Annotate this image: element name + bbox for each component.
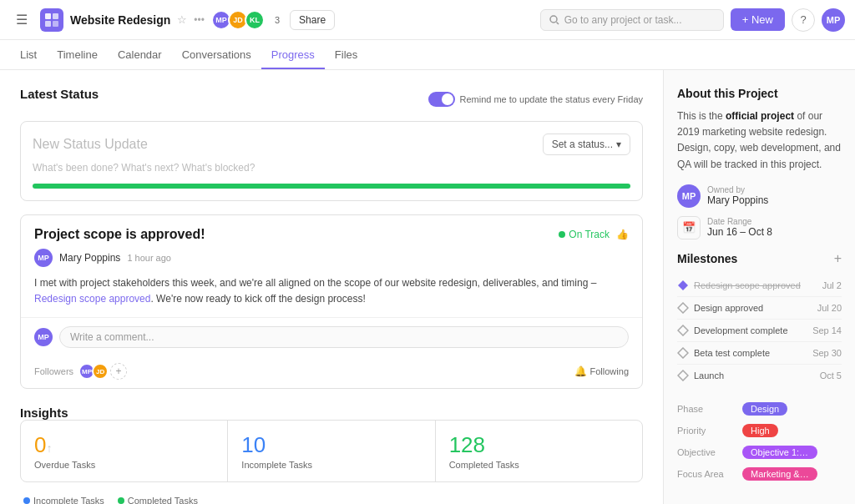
remind-label: Remind me to update the status every Fri… (460, 94, 644, 104)
status-title-input[interactable]: New Status Update (33, 137, 148, 152)
tab-files[interactable]: Files (325, 42, 367, 69)
svg-rect-3 (53, 21, 58, 27)
incomplete-tasks-item: 10 Incomplete Tasks (228, 421, 435, 481)
milestone-name: Launch (694, 370, 820, 381)
owner-name: Mary Poppins (707, 194, 768, 206)
status-update-header: New Status Update Set a status... ▾ (33, 134, 630, 155)
avatar-count: 3 (275, 15, 280, 25)
comment-input[interactable]: Write a comment... (59, 326, 629, 348)
date-sublabel: Date Range (707, 217, 772, 226)
complete-legend-label: Completed Tasks (128, 496, 198, 504)
following-button[interactable]: 🔔 Following (574, 365, 629, 377)
objective-row: Objective Objective 1: Impr... (677, 441, 842, 463)
star-icon[interactable]: ☆ (177, 13, 187, 26)
redesign-link[interactable]: Redesign scope approved (34, 293, 150, 305)
milestone-item: Design approved Jul 20 (677, 297, 842, 320)
milestone-item: Launch Oct 5 (677, 365, 842, 386)
priority-badge: High (742, 424, 778, 437)
owner-avatar: MP (677, 184, 701, 208)
milestone-name: Redesign scope approved (694, 280, 822, 290)
date-info: Date Range Jun 16 – Oct 8 (707, 217, 772, 238)
milestone-date: Jul 20 (817, 303, 842, 313)
priority-label: Priority (677, 426, 736, 436)
tab-timeline[interactable]: Timeline (47, 42, 108, 69)
svg-rect-0 (45, 13, 51, 19)
new-button[interactable]: + New (731, 8, 785, 31)
milestone-name: Beta test complete (694, 348, 812, 358)
on-track-badge: On Track 👍 (559, 229, 629, 240)
overdue-count: 0↑ (34, 432, 214, 458)
legend-completed: Completed Tasks (118, 496, 198, 504)
followers-section: Followers MP JD + (34, 363, 127, 380)
more-icon[interactable]: ••• (194, 14, 205, 26)
about-text: This is the official project of our 2019… (677, 108, 842, 173)
focus-label: Focus Area (677, 469, 736, 479)
update-body-text-2: . We're now ready to kick off the design… (150, 293, 365, 305)
milestone-date: Jul 2 (822, 280, 842, 290)
calendar-icon: 📅 (677, 216, 701, 239)
remind-toggle-switch[interactable] (428, 92, 455, 107)
milestone-diamond-icon (677, 347, 689, 359)
priority-row: Priority High (677, 420, 842, 441)
owner-sublabel: Owned by (707, 185, 768, 194)
objective-badge: Objective 1: Impr... (742, 446, 817, 459)
incomplete-count: 10 (241, 432, 421, 458)
about-title: About this Project (677, 87, 842, 100)
incomplete-label: Incomplete Tasks (241, 460, 421, 470)
about-text-1: This is the (677, 110, 726, 122)
following-label: Following (590, 366, 629, 376)
update-body: I met with project stakeholders this wee… (21, 275, 642, 317)
search-placeholder: Go to any project or task... (564, 14, 682, 26)
phase-row: Phase Design (677, 398, 842, 420)
owner-row: MP Owned by Mary Poppins (677, 184, 842, 208)
app-logo (40, 8, 63, 32)
milestone-diamond-icon (677, 302, 689, 314)
milestones-list: Redesign scope approved Jul 2 Design app… (677, 275, 842, 386)
thumbs-up-icon[interactable]: 👍 (616, 229, 629, 240)
comment-avatar: MP (34, 328, 53, 346)
milestone-item: Development complete Sep 14 (677, 320, 842, 342)
complete-dot (118, 497, 124, 504)
svg-rect-2 (45, 21, 51, 27)
avatar-group: MP JD KL (211, 10, 265, 30)
milestone-item: Redesign scope approved Jul 2 (677, 275, 842, 297)
project-title: Website Redesign (70, 13, 170, 27)
latest-status-title: Latest Status (20, 87, 99, 101)
status-body-placeholder[interactable]: What's been done? What's next? What's bl… (33, 162, 630, 174)
objective-label: Objective (677, 447, 736, 457)
tab-conversations[interactable]: Conversations (172, 42, 261, 69)
insights-legend: Incomplete Tasks Completed Tasks (20, 489, 643, 504)
add-follower-button[interactable]: + (110, 363, 127, 380)
tab-list[interactable]: List (10, 42, 47, 69)
share-button[interactable]: Share (290, 10, 335, 30)
user-avatar[interactable]: MP (822, 8, 845, 32)
phase-badge: Design (742, 402, 787, 416)
tab-progress[interactable]: Progress (261, 42, 325, 69)
svg-marker-6 (678, 280, 688, 290)
add-milestone-button[interactable]: + (834, 251, 842, 266)
date-value: Jun 16 – Oct 8 (707, 226, 772, 238)
set-status-button[interactable]: Set a status... ▾ (543, 134, 630, 155)
update-card: Project scope is approved! On Track 👍 MP… (20, 214, 643, 389)
main-content: Latest Status Remind me to update the st… (0, 70, 855, 504)
comment-row: MP Write a comment... (21, 317, 642, 356)
tab-calendar[interactable]: Calendar (108, 42, 172, 69)
insights-title: Insights (20, 406, 68, 420)
comment-placeholder: Write a comment... (70, 331, 154, 343)
avatar: KL (245, 10, 265, 30)
svg-marker-10 (678, 370, 688, 381)
hamburger-icon[interactable]: ☰ (10, 8, 33, 32)
author-avatar: MP (34, 249, 53, 267)
search-bar[interactable]: Go to any project or task... (540, 9, 724, 31)
milestone-date: Sep 14 (812, 325, 842, 335)
help-icon[interactable]: ? (792, 8, 815, 32)
insights-grid: 0↑ Overdue Tasks 10 Incomplete Tasks 128… (20, 420, 643, 482)
metadata-section: Phase Design Priority High Objective Obj… (677, 398, 842, 485)
completed-tasks-item: 128 Completed Tasks (436, 421, 642, 481)
milestone-name: Design approved (694, 303, 817, 313)
followers-avatars: MP JD (78, 363, 109, 380)
owner-info: Owned by Mary Poppins (707, 185, 768, 206)
focus-row: Focus Area Marketing & Bran... (677, 463, 842, 485)
completed-label: Completed Tasks (449, 460, 629, 470)
update-meta: MP Mary Poppins 1 hour ago (21, 249, 642, 275)
